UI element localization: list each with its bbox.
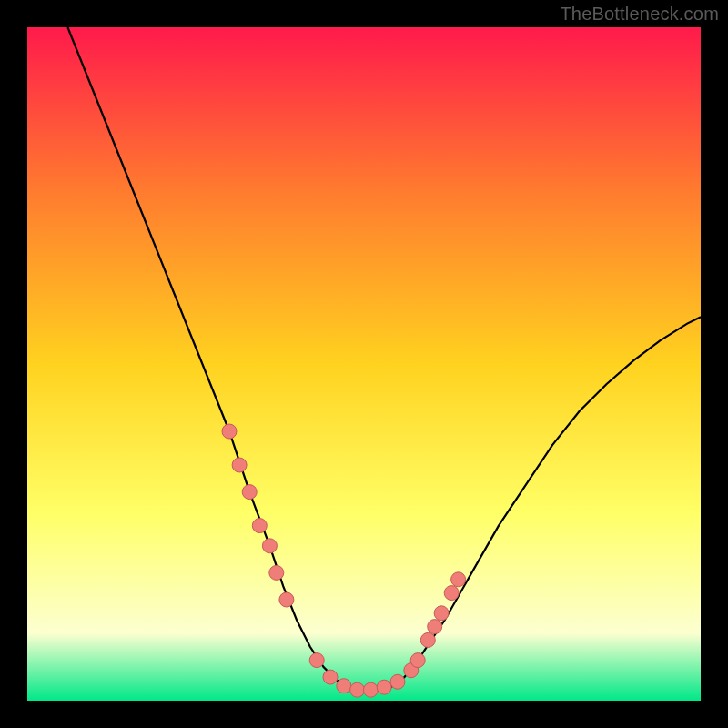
data-point bbox=[410, 653, 425, 668]
data-point bbox=[420, 632, 435, 647]
data-point bbox=[434, 606, 449, 621]
data-point bbox=[363, 682, 378, 697]
chart-svg bbox=[27, 27, 701, 701]
data-point bbox=[262, 539, 277, 553]
data-point bbox=[337, 679, 351, 693]
data-point bbox=[377, 680, 391, 694]
data-point bbox=[242, 485, 257, 500]
watermark-label: TheBottleneck.com bbox=[560, 4, 719, 25]
data-point bbox=[309, 653, 324, 668]
data-point bbox=[428, 620, 442, 634]
gradient-background bbox=[27, 27, 701, 701]
data-point bbox=[269, 565, 284, 580]
chart-frame: TheBottleneck.com bbox=[0, 0, 728, 728]
data-point bbox=[390, 674, 405, 689]
plot-area bbox=[27, 27, 701, 701]
data-point bbox=[252, 519, 267, 533]
data-point bbox=[451, 572, 466, 587]
data-point bbox=[444, 586, 459, 601]
data-point bbox=[323, 670, 338, 684]
data-point bbox=[222, 424, 237, 439]
data-point bbox=[350, 682, 365, 697]
data-point bbox=[232, 458, 247, 472]
data-point bbox=[279, 592, 294, 607]
